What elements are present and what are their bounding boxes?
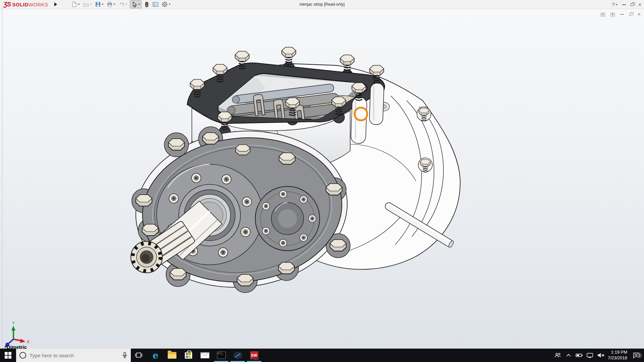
solidworks-logo: ƷS SOLID WORKS bbox=[0, 1, 48, 8]
tray-date: 7/23/2018 bbox=[608, 355, 627, 361]
solidworks-logo-mark: ƷS bbox=[3, 1, 11, 8]
file-explorer-icon bbox=[168, 352, 176, 359]
help-button[interactable]: ? bbox=[612, 2, 618, 7]
traffic-light-icon bbox=[144, 2, 149, 7]
select-tool-button[interactable] bbox=[130, 0, 142, 8]
notification-count-badge: 3 bbox=[637, 353, 642, 358]
taskbar-item-file-explorer[interactable] bbox=[164, 349, 180, 362]
display-pane-icon bbox=[153, 2, 158, 7]
select-caret-icon[interactable] bbox=[138, 4, 140, 5]
gearbox-assembly[interactable]: Y X Z bbox=[4, 47, 460, 349]
save-button[interactable] bbox=[94, 1, 105, 8]
doc-close-button[interactable]: × bbox=[638, 12, 641, 17]
start-button[interactable] bbox=[0, 349, 16, 362]
task-view-button[interactable] bbox=[131, 349, 147, 362]
new-document-button[interactable] bbox=[70, 1, 81, 8]
open-button[interactable] bbox=[82, 1, 93, 8]
svg-text:X: X bbox=[27, 340, 30, 344]
document-window-controls: × bbox=[601, 12, 641, 17]
undo-button[interactable] bbox=[118, 1, 128, 8]
help-caret-icon[interactable] bbox=[615, 4, 618, 5]
new-document-icon bbox=[71, 2, 77, 7]
restore-icon bbox=[631, 3, 634, 6]
battery-icon[interactable] bbox=[576, 353, 583, 358]
restore-button[interactable] bbox=[631, 3, 634, 6]
volume-muted-icon[interactable] bbox=[597, 353, 604, 358]
graphics-viewport[interactable]: × bbox=[0, 9, 644, 349]
gearbox-model[interactable]: Y X Z bbox=[0, 9, 644, 349]
system-tray: 1:19 PM 7/23/2018 3 bbox=[554, 349, 644, 362]
cortana-icon bbox=[19, 352, 26, 359]
pane-left-button[interactable] bbox=[601, 13, 605, 16]
print-button[interactable] bbox=[106, 1, 116, 8]
doc-restore-button[interactable] bbox=[629, 13, 632, 16]
taskbar-clock[interactable]: 1:19 PM 7/23/2018 bbox=[608, 350, 627, 361]
taskbar-item-command-prompt[interactable]: C:\_ bbox=[213, 349, 229, 362]
taskbar-item-edrawings[interactable] bbox=[229, 349, 246, 362]
gear-icon bbox=[162, 1, 168, 7]
options-caret-icon[interactable] bbox=[169, 4, 171, 5]
options-button[interactable] bbox=[161, 1, 172, 8]
windows-logo-icon bbox=[5, 352, 11, 359]
running-indicator bbox=[214, 361, 228, 362]
edge-icon: e bbox=[153, 351, 158, 360]
view-orientation-label: *Dimetric bbox=[5, 344, 27, 350]
rebuild-traffic-light-button[interactable] bbox=[143, 1, 150, 8]
minimize-icon bbox=[622, 4, 626, 5]
tray-time: 1:19 PM bbox=[608, 350, 627, 355]
search-input[interactable] bbox=[30, 353, 119, 358]
display-pane-button[interactable] bbox=[152, 1, 159, 8]
print-icon bbox=[107, 2, 112, 7]
windows-taskbar: e C:\_ SW 2017 bbox=[0, 349, 644, 362]
taskbar-search[interactable] bbox=[16, 349, 131, 362]
open-caret-icon bbox=[90, 4, 92, 5]
undo-caret-icon bbox=[125, 4, 127, 5]
solidworks-2017-icon: SW 2017 bbox=[250, 351, 258, 359]
task-view-icon bbox=[135, 351, 143, 359]
svg-text:Y: Y bbox=[12, 321, 15, 325]
store-icon bbox=[185, 352, 192, 359]
open-icon bbox=[83, 2, 89, 7]
action-center-button[interactable]: 3 bbox=[631, 352, 642, 359]
taskbar-icons: e C:\_ SW 2017 bbox=[131, 349, 262, 362]
toolbar-expand-icon[interactable] bbox=[54, 2, 57, 6]
taskbar-item-solidworks[interactable]: SW 2017 bbox=[246, 349, 262, 362]
doc-minimize-button[interactable] bbox=[620, 14, 624, 15]
running-indicator bbox=[247, 361, 261, 362]
taskbar-item-mail[interactable] bbox=[197, 349, 213, 362]
close-button[interactable]: × bbox=[638, 2, 641, 7]
window-controls: ? × bbox=[612, 0, 641, 9]
taskbar-item-edge[interactable]: e bbox=[147, 349, 164, 362]
close-icon: × bbox=[638, 2, 641, 7]
running-indicator bbox=[230, 361, 245, 362]
select-cursor-icon bbox=[131, 1, 137, 7]
edrawings-icon bbox=[233, 351, 242, 359]
quick-toolbar bbox=[70, 0, 172, 8]
undo-icon bbox=[119, 2, 124, 7]
new-caret-icon[interactable] bbox=[78, 4, 80, 5]
network-icon[interactable] bbox=[586, 353, 594, 358]
tray-overflow-chevron-icon[interactable] bbox=[565, 353, 572, 357]
pane-right-button[interactable] bbox=[610, 13, 615, 16]
save-icon bbox=[95, 2, 101, 7]
microphone-icon[interactable] bbox=[122, 352, 127, 359]
people-icon[interactable] bbox=[554, 352, 561, 359]
secondary-flange[interactable] bbox=[255, 186, 320, 251]
command-prompt-icon: C:\_ bbox=[217, 352, 226, 359]
minimize-button[interactable] bbox=[622, 4, 626, 5]
titlebar: ƷS SOLID WORKS bbox=[0, 0, 644, 9]
mail-icon bbox=[201, 352, 209, 358]
print-caret-icon[interactable] bbox=[113, 4, 115, 5]
taskbar-item-store[interactable] bbox=[180, 349, 197, 362]
save-caret-icon[interactable] bbox=[102, 4, 104, 5]
